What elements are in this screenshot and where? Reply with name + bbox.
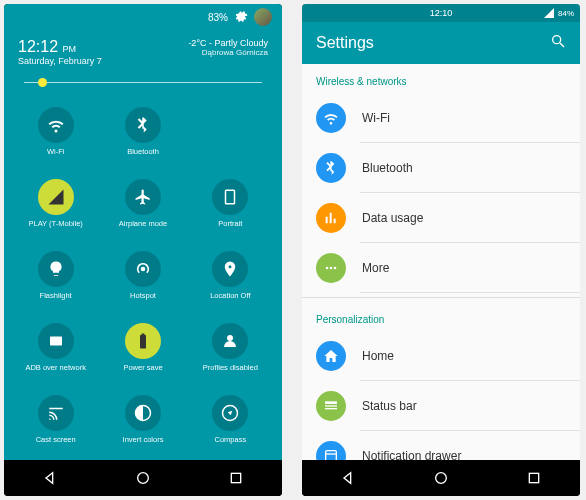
qs-tile-battery[interactable]: Power save (99, 311, 186, 383)
location-icon (212, 251, 248, 287)
tile-label: Wi-Fi (47, 147, 65, 156)
settings-row-bluetooth[interactable]: Bluetooth (302, 143, 580, 193)
rotate-icon (212, 179, 248, 215)
clock-time: 12:12 PM (18, 38, 102, 56)
status-bar: 83% (4, 4, 282, 30)
qs-tile-bulb[interactable]: Flashlight (12, 239, 99, 311)
search-icon[interactable] (550, 33, 566, 53)
battery-icon (125, 323, 161, 359)
battery-percentage: 84% (558, 9, 574, 18)
clock-date: Saturday, February 7 (18, 56, 102, 66)
qs-tile-wifi[interactable]: Wi-Fi (12, 95, 99, 167)
tile-label: Location Off (210, 291, 250, 300)
bulb-icon (38, 251, 74, 287)
tile-label: Airplane mode (119, 219, 167, 228)
status-bar: 12:10 84% (302, 4, 580, 22)
page-title: Settings (316, 34, 374, 52)
section-header: Personalization (302, 302, 580, 331)
settings-label: Data usage (362, 211, 423, 225)
settings-row-status[interactable]: Status bar (302, 381, 580, 431)
nav-home-button[interactable] (432, 469, 450, 487)
weather-widget[interactable]: -2°C - Partly Cloudy Dąbrowa Górnicza (188, 38, 268, 66)
weather-location: Dąbrowa Górnicza (188, 48, 268, 57)
settings-row-drawer[interactable]: Notification drawer (302, 431, 580, 460)
wifi-icon (38, 107, 74, 143)
qs-tile-blank (187, 95, 274, 167)
cast-icon (38, 395, 74, 431)
tile-label: Portrait (218, 219, 242, 228)
settings-label: Bluetooth (362, 161, 413, 175)
appbar: Settings (302, 22, 580, 64)
weather-temp: -2°C - Partly Cloudy (188, 38, 268, 48)
hotspot-icon (125, 251, 161, 287)
signal-icon (38, 179, 74, 215)
settings-label: More (362, 261, 389, 275)
tile-label: Invert colors (123, 435, 164, 444)
qs-tile-location[interactable]: Location Off (187, 239, 274, 311)
section-divider (302, 297, 580, 298)
compass-icon (212, 395, 248, 431)
tile-label: Flashlight (40, 291, 72, 300)
status-icon (316, 391, 346, 421)
bluetooth-icon (316, 153, 346, 183)
qs-tile-compass[interactable]: Compass (187, 383, 274, 455)
nav-home-button[interactable] (134, 469, 152, 487)
qs-tile-rotate[interactable]: Portrait (187, 167, 274, 239)
invert-icon (125, 395, 161, 431)
nav-back-button[interactable] (41, 469, 59, 487)
tile-label: Compass (214, 435, 246, 444)
settings-label: Notification drawer (362, 449, 461, 460)
tile-label: PLAY (T-Mobile) (29, 219, 83, 228)
settings-row-more[interactable]: More (302, 243, 580, 293)
gear-icon[interactable] (234, 9, 248, 25)
nav-bar (302, 460, 580, 496)
qs-tile-hotspot[interactable]: Hotspot (99, 239, 186, 311)
tile-label: ADB over network (25, 363, 85, 372)
phone-settings: 12:10 84% Settings Wireless & networksWi… (302, 4, 580, 496)
status-time: 12:10 (430, 8, 453, 18)
qs-tile-signal[interactable]: PLAY (T-Mobile) (12, 167, 99, 239)
bluetooth-icon (125, 107, 161, 143)
settings-row-wifi[interactable]: Wi-Fi (302, 93, 580, 143)
qs-tile-airplane[interactable]: Airplane mode (99, 167, 186, 239)
brightness-slider[interactable] (4, 70, 282, 89)
settings-label: Home (362, 349, 394, 363)
tile-label: Profiles disabled (203, 363, 258, 372)
wifi-icon (316, 103, 346, 133)
airplane-icon (125, 179, 161, 215)
more-icon (316, 253, 346, 283)
tile-label: Power save (123, 363, 162, 372)
qs-tile-adb[interactable]: ADB over network (12, 311, 99, 383)
quick-settings-panel: 83% 12:12 PM Saturday, February 7 -2°C -… (4, 4, 282, 460)
avatar[interactable] (254, 8, 272, 26)
qs-tile-cast[interactable]: Cast screen (12, 383, 99, 455)
phone-quick-settings: 83% 12:12 PM Saturday, February 7 -2°C -… (4, 4, 282, 496)
signal-icon (543, 7, 555, 19)
settings-row-data[interactable]: Data usage (302, 193, 580, 243)
tile-label: Hotspot (130, 291, 156, 300)
section-header: Wireless & networks (302, 64, 580, 93)
drawer-icon (316, 441, 346, 460)
tile-label: Bluetooth (127, 147, 159, 156)
qs-tile-invert[interactable]: Invert colors (99, 383, 186, 455)
nav-recent-button[interactable] (525, 469, 543, 487)
nav-back-button[interactable] (339, 469, 357, 487)
qs-tile-profile[interactable]: Profiles disabled (187, 311, 274, 383)
home-icon (316, 341, 346, 371)
tile-label: Cast screen (36, 435, 76, 444)
qs-tile-bluetooth[interactable]: Bluetooth (99, 95, 186, 167)
settings-label: Wi-Fi (362, 111, 390, 125)
adb-icon (38, 323, 74, 359)
nav-bar (4, 460, 282, 496)
settings-row-home[interactable]: Home (302, 331, 580, 381)
nav-recent-button[interactable] (227, 469, 245, 487)
settings-label: Status bar (362, 399, 417, 413)
battery-percentage: 83% (208, 12, 228, 23)
data-icon (316, 203, 346, 233)
profile-icon (212, 323, 248, 359)
